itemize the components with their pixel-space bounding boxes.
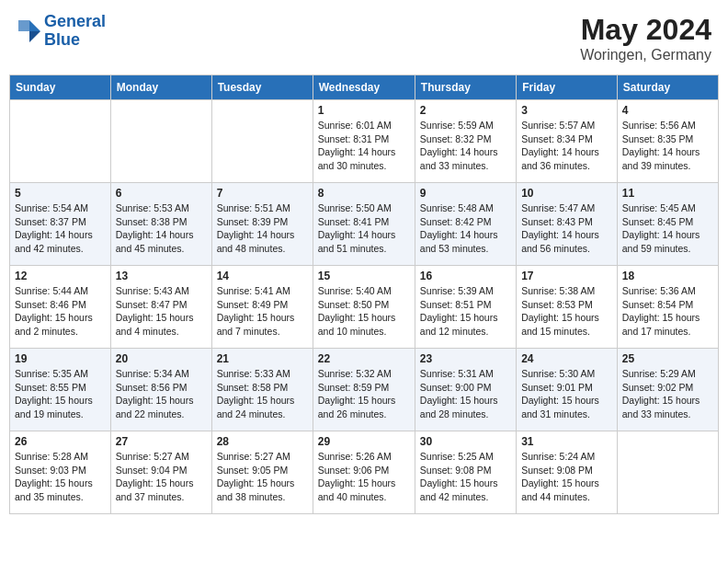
day-number: 1 bbox=[318, 104, 410, 117]
day-info: Sunrise: 5:34 AMSunset: 8:56 PMDaylight:… bbox=[116, 367, 207, 421]
day-number: 21 bbox=[217, 352, 308, 365]
calendar-cell: 27Sunrise: 5:27 AMSunset: 9:04 PMDayligh… bbox=[110, 431, 211, 514]
day-of-week-header: Tuesday bbox=[211, 75, 313, 100]
calendar-cell: 14Sunrise: 5:41 AMSunset: 8:49 PMDayligh… bbox=[211, 266, 313, 349]
day-info: Sunrise: 5:29 AMSunset: 9:02 PMDaylight:… bbox=[622, 367, 713, 421]
calendar-cell: 6Sunrise: 5:53 AMSunset: 8:38 PMDaylight… bbox=[110, 183, 211, 266]
day-info: Sunrise: 5:57 AMSunset: 8:34 PMDaylight:… bbox=[521, 119, 612, 173]
calendar-week-row: 19Sunrise: 5:35 AMSunset: 8:55 PMDayligh… bbox=[10, 349, 719, 431]
day-number: 17 bbox=[521, 270, 612, 282]
calendar-cell: 1Sunrise: 6:01 AMSunset: 8:31 PMDaylight… bbox=[313, 100, 415, 183]
calendar-cell: 8Sunrise: 5:50 AMSunset: 8:41 PMDaylight… bbox=[313, 183, 415, 266]
day-info: Sunrise: 5:59 AMSunset: 8:32 PMDaylight:… bbox=[420, 119, 511, 173]
day-number: 9 bbox=[420, 187, 511, 200]
svg-marker-0 bbox=[29, 20, 40, 31]
calendar-week-row: 5Sunrise: 5:54 AMSunset: 8:37 PMDaylight… bbox=[10, 183, 719, 266]
calendar-cell bbox=[617, 431, 718, 514]
day-info: Sunrise: 5:53 AMSunset: 8:38 PMDaylight:… bbox=[116, 201, 207, 256]
day-number: 3 bbox=[521, 104, 612, 117]
day-number: 16 bbox=[420, 270, 511, 282]
day-info: Sunrise: 5:26 AMSunset: 9:06 PMDaylight:… bbox=[318, 450, 410, 504]
day-number: 19 bbox=[15, 352, 106, 365]
calendar-cell: 5Sunrise: 5:54 AMSunset: 8:37 PMDaylight… bbox=[10, 183, 111, 266]
calendar-week-row: 12Sunrise: 5:44 AMSunset: 8:46 PMDayligh… bbox=[10, 266, 719, 349]
day-info: Sunrise: 5:50 AMSunset: 8:41 PMDaylight:… bbox=[318, 201, 410, 256]
day-info: Sunrise: 5:31 AMSunset: 9:00 PMDaylight:… bbox=[420, 367, 511, 421]
day-of-week-header: Saturday bbox=[617, 75, 718, 100]
calendar-cell: 9Sunrise: 5:48 AMSunset: 8:42 PMDaylight… bbox=[415, 183, 516, 266]
header-row: SundayMondayTuesdayWednesdayThursdayFrid… bbox=[10, 75, 719, 100]
day-number: 12 bbox=[15, 270, 106, 282]
day-info: Sunrise: 6:01 AMSunset: 8:31 PMDaylight:… bbox=[318, 119, 410, 173]
day-info: Sunrise: 5:54 AMSunset: 8:37 PMDaylight:… bbox=[15, 201, 106, 256]
day-info: Sunrise: 5:45 AMSunset: 8:45 PMDaylight:… bbox=[622, 201, 713, 256]
day-number: 6 bbox=[116, 187, 207, 200]
calendar-cell: 25Sunrise: 5:29 AMSunset: 9:02 PMDayligh… bbox=[617, 349, 718, 431]
calendar-cell: 10Sunrise: 5:47 AMSunset: 8:43 PMDayligh… bbox=[517, 183, 618, 266]
logo-line2: Blue bbox=[44, 31, 106, 50]
day-number: 4 bbox=[622, 104, 713, 117]
calendar-cell: 3Sunrise: 5:57 AMSunset: 8:34 PMDaylight… bbox=[517, 100, 618, 183]
day-number: 29 bbox=[318, 435, 410, 448]
logo-icon bbox=[17, 18, 42, 44]
calendar-cell: 31Sunrise: 5:24 AMSunset: 9:08 PMDayligh… bbox=[517, 431, 618, 514]
day-info: Sunrise: 5:44 AMSunset: 8:46 PMDaylight:… bbox=[15, 284, 106, 339]
day-number: 2 bbox=[420, 104, 511, 117]
calendar-cell: 19Sunrise: 5:35 AMSunset: 8:55 PMDayligh… bbox=[10, 349, 111, 431]
calendar-cell: 26Sunrise: 5:28 AMSunset: 9:03 PMDayligh… bbox=[10, 431, 111, 514]
day-number: 30 bbox=[420, 435, 511, 448]
calendar-cell: 20Sunrise: 5:34 AMSunset: 8:56 PMDayligh… bbox=[110, 349, 211, 431]
calendar-week-row: 26Sunrise: 5:28 AMSunset: 9:03 PMDayligh… bbox=[10, 431, 719, 514]
day-info: Sunrise: 5:51 AMSunset: 8:39 PMDaylight:… bbox=[217, 201, 308, 256]
calendar-cell: 22Sunrise: 5:32 AMSunset: 8:59 PMDayligh… bbox=[313, 349, 415, 431]
calendar-cell: 16Sunrise: 5:39 AMSunset: 8:51 PMDayligh… bbox=[415, 266, 516, 349]
calendar-cell bbox=[10, 100, 111, 183]
day-number: 27 bbox=[116, 435, 207, 448]
calendar-table: SundayMondayTuesdayWednesdayThursdayFrid… bbox=[9, 75, 719, 514]
subtitle: Woringen, Germany bbox=[580, 47, 711, 63]
day-of-week-header: Thursday bbox=[415, 75, 516, 100]
day-number: 23 bbox=[420, 352, 511, 365]
svg-marker-1 bbox=[29, 31, 40, 42]
day-number: 5 bbox=[15, 187, 106, 200]
calendar-cell: 15Sunrise: 5:40 AMSunset: 8:50 PMDayligh… bbox=[313, 266, 415, 349]
day-number: 28 bbox=[217, 435, 308, 448]
day-info: Sunrise: 5:39 AMSunset: 8:51 PMDaylight:… bbox=[420, 284, 511, 339]
day-number: 26 bbox=[15, 435, 106, 448]
day-info: Sunrise: 5:24 AMSunset: 9:08 PMDaylight:… bbox=[521, 450, 612, 504]
calendar-cell: 28Sunrise: 5:27 AMSunset: 9:05 PMDayligh… bbox=[211, 431, 313, 514]
calendar-header: SundayMondayTuesdayWednesdayThursdayFrid… bbox=[10, 75, 719, 100]
day-number: 15 bbox=[318, 270, 410, 282]
calendar-cell: 24Sunrise: 5:30 AMSunset: 9:01 PMDayligh… bbox=[517, 349, 618, 431]
day-info: Sunrise: 5:28 AMSunset: 9:03 PMDaylight:… bbox=[15, 450, 106, 504]
day-info: Sunrise: 5:48 AMSunset: 8:42 PMDaylight:… bbox=[420, 201, 511, 256]
day-number: 11 bbox=[622, 187, 713, 200]
day-info: Sunrise: 5:32 AMSunset: 8:59 PMDaylight:… bbox=[318, 367, 410, 421]
day-info: Sunrise: 5:56 AMSunset: 8:35 PMDaylight:… bbox=[622, 119, 713, 173]
main-title: May 2024 bbox=[580, 13, 711, 47]
calendar-cell: 17Sunrise: 5:38 AMSunset: 8:53 PMDayligh… bbox=[517, 266, 618, 349]
day-info: Sunrise: 5:35 AMSunset: 8:55 PMDaylight:… bbox=[15, 367, 106, 421]
day-number: 18 bbox=[622, 270, 713, 282]
logo: General Blue bbox=[17, 13, 106, 50]
day-number: 8 bbox=[318, 187, 410, 200]
day-number: 24 bbox=[521, 352, 612, 365]
calendar-cell: 23Sunrise: 5:31 AMSunset: 9:00 PMDayligh… bbox=[415, 349, 516, 431]
logo-text: General Blue bbox=[44, 13, 106, 50]
calendar-cell bbox=[211, 100, 313, 183]
logo-line1: General bbox=[44, 13, 106, 31]
day-info: Sunrise: 5:27 AMSunset: 9:05 PMDaylight:… bbox=[217, 450, 308, 504]
day-info: Sunrise: 5:30 AMSunset: 9:01 PMDaylight:… bbox=[521, 367, 612, 421]
calendar-cell: 21Sunrise: 5:33 AMSunset: 8:58 PMDayligh… bbox=[211, 349, 313, 431]
calendar-cell: 29Sunrise: 5:26 AMSunset: 9:06 PMDayligh… bbox=[313, 431, 415, 514]
day-info: Sunrise: 5:27 AMSunset: 9:04 PMDaylight:… bbox=[116, 450, 207, 504]
day-number: 10 bbox=[521, 187, 612, 200]
title-block: May 2024 Woringen, Germany bbox=[580, 13, 711, 63]
day-info: Sunrise: 5:43 AMSunset: 8:47 PMDaylight:… bbox=[116, 284, 207, 339]
calendar-cell: 4Sunrise: 5:56 AMSunset: 8:35 PMDaylight… bbox=[617, 100, 718, 183]
day-number: 25 bbox=[622, 352, 713, 365]
day-number: 31 bbox=[521, 435, 612, 448]
calendar-cell: 11Sunrise: 5:45 AMSunset: 8:45 PMDayligh… bbox=[617, 183, 718, 266]
calendar-cell: 18Sunrise: 5:36 AMSunset: 8:54 PMDayligh… bbox=[617, 266, 718, 349]
day-number: 13 bbox=[116, 270, 207, 282]
